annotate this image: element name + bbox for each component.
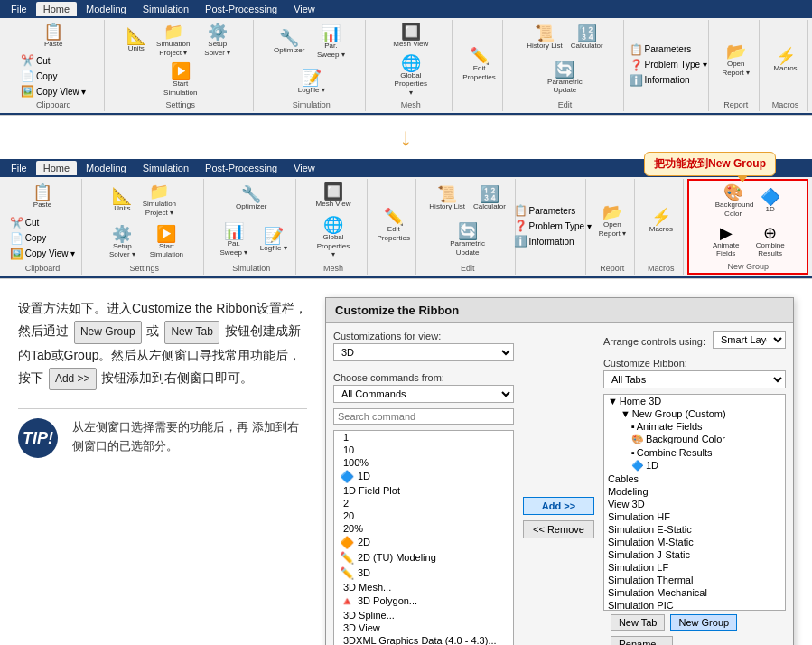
bottom-parameters-button[interactable]: 📋Parameters (511, 203, 594, 218)
cut-button[interactable]: ✂️Cut (18, 53, 89, 68)
tree-item-simlf[interactable]: Simulation LF (604, 561, 785, 574)
tree-item-simjstatic[interactable]: Simulation J-Static (604, 548, 785, 561)
custom-for-select[interactable]: 3D (333, 343, 514, 361)
list-item[interactable]: 100% (334, 456, 513, 469)
editprops-button[interactable]: ✏️Edit Properties (460, 46, 498, 83)
parameters-button[interactable]: 📋Parameters (627, 42, 710, 57)
tree-item-cables[interactable]: Cables (604, 472, 785, 485)
tree-item-1d[interactable]: 🔷1D (604, 459, 785, 472)
newgroup-dialog-button[interactable]: New Group (670, 614, 737, 631)
bottom-tab-home[interactable]: Home (36, 161, 77, 175)
calculator-button[interactable]: 🔢Calculator (568, 23, 606, 52)
newtab-dialog-button[interactable]: New Tab (611, 614, 666, 631)
list-item[interactable]: ✏️3D (334, 566, 513, 581)
add-inline-btn[interactable]: Add >> (49, 368, 97, 391)
bottom-cut-button[interactable]: ✂️Cut (7, 216, 78, 230)
bottom-tab-postprocessing[interactable]: Post-Processing (198, 161, 285, 175)
bottom-tab-file[interactable]: File (4, 161, 34, 175)
list-item[interactable]: 20 (334, 509, 513, 522)
animfields-button[interactable]: ▶Animate Fields (705, 223, 747, 260)
bottom-logfile-button[interactable]: 📝Logfile ▾ (257, 226, 290, 255)
tree-item-simestatic[interactable]: Simulation E-Static (604, 523, 785, 536)
newtab-inline-btn[interactable]: New Tab (164, 321, 219, 344)
bottom-openreport-button[interactable]: 📂Open Report ▾ (595, 202, 629, 239)
tree-item-simmstatic[interactable]: Simulation M-Static (604, 536, 785, 548)
logfile-button[interactable]: 📝Logfile ▾ (295, 68, 328, 97)
bottom-parametric-button[interactable]: 🔄Parametric Update (447, 221, 489, 258)
bottom-historylist-button[interactable]: 📜History List (426, 184, 468, 213)
list-item[interactable]: 1D Field Plot (334, 484, 513, 497)
copyview-button[interactable]: 🖼️Copy View ▾ (18, 84, 89, 98)
tab-simulation[interactable]: Simulation (135, 2, 196, 16)
list-item[interactable]: 3D Mesh... (334, 581, 513, 594)
choose-from-select[interactable]: All Commands (333, 385, 514, 403)
bottom-copy-button[interactable]: 📄Copy (7, 231, 78, 246)
bottom-optimizer-button[interactable]: 🔧Optimizer (233, 184, 269, 213)
bottom-globalprops-button[interactable]: 🌐Global Properties ▾ (313, 215, 354, 261)
tree-item-bgcolor[interactable]: 🎨Background Color (604, 433, 785, 446)
custom-ribbon-select[interactable]: All Tabs (603, 370, 786, 388)
command-listbox[interactable]: 1 10 100% 🔷1D 1D Field Plot 2 20 20% 🔶2D… (333, 430, 514, 645)
remove-button[interactable]: << Remove (523, 520, 594, 538)
problemtype-button[interactable]: ❓Problem Type ▾ (627, 58, 710, 72)
tree-item-simmech[interactable]: Simulation Mechanical (604, 586, 785, 599)
list-item[interactable]: 20% (334, 522, 513, 535)
list-item[interactable]: 1 (334, 431, 513, 444)
list-item[interactable]: 3D Spline... (334, 609, 513, 622)
bottom-parsweep-button[interactable]: 📊Par. Sweep ▾ (213, 221, 255, 258)
newgroup-inline-btn[interactable]: New Group (74, 321, 142, 344)
meshview-button[interactable]: 🔲Mesh View (390, 22, 431, 51)
tab-modeling[interactable]: Modeling (79, 2, 134, 16)
bottom-start-button[interactable]: ▶️Start Simulation (145, 224, 187, 261)
setup-button[interactable]: ⚙️Setup Solver ▾ (197, 22, 238, 59)
historylist-button[interactable]: 📜History List (524, 23, 565, 52)
add-button[interactable]: Add >> (523, 497, 594, 515)
bgcolor-button[interactable]: 🎨Background Color (713, 182, 754, 220)
tab-view[interactable]: View (286, 2, 322, 16)
list-item[interactable]: 3D View (334, 622, 513, 634)
list-item[interactable]: 🔺3D Polygon... (334, 594, 513, 609)
bottom-setup-button[interactable]: ⚙️Setup Solver ▾ (101, 224, 143, 261)
bottom-macros-button[interactable]: ⚡Macros (647, 207, 676, 236)
bottom-information-button[interactable]: ℹ️Information (511, 234, 594, 248)
bottom-calculator-button[interactable]: 🔢Calculator (471, 184, 509, 213)
tree-item-newgroup[interactable]: ▼New Group (Custom) (604, 407, 785, 420)
bottom-paste-button[interactable]: 📋Paste (29, 182, 56, 211)
parsweep-button[interactable]: 📊Par. Sweep ▾ (310, 23, 351, 61)
bottom-editprops-button[interactable]: ✏️Edit Properties (375, 207, 413, 244)
list-item[interactable]: 2 (334, 497, 513, 509)
tab-file[interactable]: File (4, 2, 34, 16)
parametricupdate-button[interactable]: 🔄Parametric Update (544, 60, 585, 97)
openreport-button[interactable]: 📂Open Report ▾ (718, 42, 753, 79)
units-button[interactable]: 📐Units (123, 26, 150, 55)
tree-item-view3d[interactable]: View 3D (604, 498, 785, 510)
list-item[interactable]: 🔶2D (334, 535, 513, 550)
tab-postprocessing[interactable]: Post-Processing (198, 2, 285, 16)
list-item[interactable]: 3DXML Graphics Data (4.0 - 4.3)... (334, 634, 513, 645)
tab-home[interactable]: Home (36, 2, 77, 16)
tree-item-modeling[interactable]: Modeling (604, 485, 785, 498)
combineresults-button[interactable]: ⊕Combine Results (750, 223, 791, 260)
optimizer-button[interactable]: 🔧Optimizer (271, 28, 307, 57)
bottom-copyview-button[interactable]: 🖼️Copy View ▾ (7, 247, 78, 261)
bottom-simproject-button[interactable]: 📁Simulation Project ▾ (138, 182, 180, 219)
paste-button[interactable]: 📋 Paste (37, 22, 70, 51)
globalprops-button[interactable]: 🌐Global Properties ▾ (390, 53, 432, 99)
arrange-select[interactable]: Smart Layout (713, 331, 786, 349)
bottom-units-button[interactable]: 📐Units (108, 186, 135, 215)
bottom-tab-simulation[interactable]: Simulation (135, 161, 196, 175)
start-button[interactable]: ▶️Start Simulation (160, 61, 201, 98)
bottom-problemtype-button[interactable]: ❓Problem Type ▾ (511, 219, 594, 233)
search-command-input[interactable] (333, 408, 514, 425)
list-item[interactable]: 🔷1D (334, 469, 513, 484)
onedim-button[interactable]: 🔷1D (757, 187, 784, 216)
bottom-meshview-button[interactable]: 🔲Mesh View (313, 182, 354, 210)
macros-top-button[interactable]: ⚡Macros (770, 46, 799, 75)
tree-item-combineresults[interactable]: ▪Combine Results (604, 446, 785, 459)
information-button[interactable]: ℹ️Information (627, 73, 710, 88)
simproject-button[interactable]: 📁Simulation Project ▾ (153, 22, 194, 59)
list-item[interactable]: 10 (334, 444, 513, 456)
bottom-tab-modeling[interactable]: Modeling (79, 161, 134, 175)
tree-item-simhf[interactable]: Simulation HF (604, 510, 785, 523)
tree-item-home3d[interactable]: ▼Home 3D (604, 395, 785, 407)
